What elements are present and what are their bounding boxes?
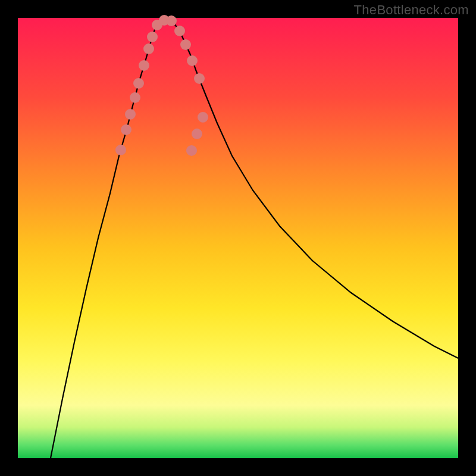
data-dot [186,145,197,156]
data-dot [174,26,185,36]
data-dot [198,112,208,123]
data-dot [125,109,136,120]
data-dot [133,78,144,89]
left-curve [51,19,167,458]
data-dots [115,15,208,156]
right-curve [167,19,458,358]
data-dot [147,32,158,42]
data-dot [121,124,131,135]
data-dot [187,55,198,66]
chart-svg [18,18,458,458]
data-dot [192,129,202,139]
data-dot [180,39,191,50]
data-dot [130,92,140,103]
watermark-text: TheBottleneck.com [354,2,469,18]
data-dot [139,60,149,71]
data-dot [115,145,126,155]
data-dot [166,15,177,26]
data-dot [143,43,154,54]
data-dot [194,73,205,84]
chart-frame [18,18,458,458]
